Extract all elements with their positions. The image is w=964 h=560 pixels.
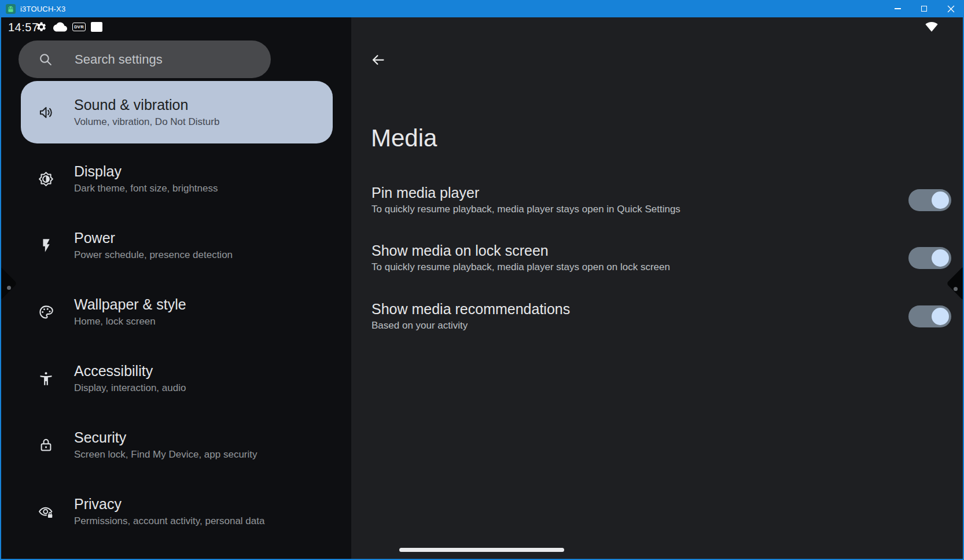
sidebar-item-security[interactable]: Security Screen lock, Find My Device, ap… xyxy=(21,414,333,476)
cloud-icon xyxy=(53,21,67,32)
setting-description: Based on your activity xyxy=(371,319,892,333)
minimize-icon xyxy=(895,8,901,9)
window-title: i3TOUCH-X3 xyxy=(20,5,65,13)
setting-title: Show media on lock screen xyxy=(371,242,892,259)
sidebar-item-display[interactable]: Display Dark theme, font size, brightnes… xyxy=(21,148,333,210)
window-titlebar: i3TOUCH-X3 xyxy=(0,0,964,17)
setting-title: Show media recommendations xyxy=(371,300,892,318)
maximize-icon xyxy=(921,6,927,12)
sidebar-item-power[interactable]: Power Power schedule, presence detection xyxy=(21,214,333,277)
remote-android-window: i3TOUCH-X3 14:57 DVR xyxy=(0,0,964,560)
setting-description: To quickly resume playback, media player… xyxy=(371,260,892,274)
sidebar-item-label: Security xyxy=(74,429,257,446)
toggle-thumb xyxy=(932,308,949,325)
privacy-eye-icon xyxy=(38,504,54,520)
back-button[interactable] xyxy=(368,50,388,69)
back-arrow-icon xyxy=(370,52,386,68)
setting-row-show-media-recommendations[interactable]: Show media recommendations Based on your… xyxy=(371,300,892,333)
setting-title: Pin media player xyxy=(371,184,892,201)
window-controls xyxy=(884,0,964,17)
toggle-thumb xyxy=(932,191,949,209)
settings-sidebar: 14:57 DVR Sound & vibration Volume, vibr… xyxy=(0,17,351,560)
lock-icon xyxy=(38,437,54,453)
window-border-left xyxy=(0,0,1,560)
toggle-show-media-recommendations[interactable] xyxy=(908,305,951,327)
sidebar-item-description: Dark theme, font size, brightness xyxy=(74,182,218,195)
sidebar-item-description: Permissions, account activity, personal … xyxy=(74,514,264,528)
close-icon xyxy=(947,5,955,13)
sidebar-item-description: Power schedule, presence detection xyxy=(74,248,233,261)
right-handle-dot-icon xyxy=(954,287,958,291)
minimize-button[interactable] xyxy=(884,0,911,17)
search-input[interactable] xyxy=(73,40,259,78)
media-settings-panel: Media Pin media player To quickly resume… xyxy=(351,17,964,560)
brightness-icon xyxy=(38,171,54,187)
sidebar-item-wallpaper-style[interactable]: Wallpaper & style Home, lock screen xyxy=(21,281,333,343)
sidebar-item-label: Display xyxy=(74,163,218,180)
sidebar-item-description: Screen lock, Find My Device, app securit… xyxy=(74,448,257,461)
setting-description: To quickly resume playback, media player… xyxy=(371,202,892,216)
palette-icon xyxy=(38,304,54,320)
sidebar-item-privacy[interactable]: Privacy Permissions, account activity, p… xyxy=(21,480,333,543)
page-title: Media xyxy=(371,124,437,153)
search-icon xyxy=(38,52,53,67)
toggle-thumb xyxy=(932,249,949,267)
sidebar-item-label: Wallpaper & style xyxy=(74,296,186,313)
setting-row-show-media-lock-screen[interactable]: Show media on lock screen To quickly res… xyxy=(371,242,892,274)
sidebar-item-description: Display, interaction, audio xyxy=(74,381,186,395)
android-app-icon xyxy=(6,4,16,14)
close-button[interactable] xyxy=(937,0,964,17)
sidebar-item-description: Volume, vibration, Do Not Disturb xyxy=(74,115,219,128)
toggle-pin-media-player[interactable] xyxy=(908,189,951,211)
sidebar-item-sound-vibration[interactable]: Sound & vibration Volume, vibration, Do … xyxy=(21,81,333,143)
maximize-button[interactable] xyxy=(911,0,937,17)
left-handle-dot-icon xyxy=(7,286,11,290)
sidebar-item-accessibility[interactable]: Accessibility Display, interaction, audi… xyxy=(21,347,333,410)
wifi-icon xyxy=(925,20,939,33)
sidebar-item-description: Home, lock screen xyxy=(74,315,186,328)
screen-share-square-icon xyxy=(91,22,102,32)
toggle-show-media-lock-screen[interactable] xyxy=(908,247,951,269)
sidebar-item-label: Privacy xyxy=(74,495,264,513)
sidebar-item-label: Power xyxy=(74,229,233,246)
sidebar-item-label: Sound & vibration xyxy=(74,96,219,113)
status-clock: 14:57 xyxy=(8,21,39,34)
accessibility-icon xyxy=(38,371,54,386)
search-bar[interactable] xyxy=(19,40,271,78)
setting-row-pin-media-player[interactable]: Pin media player To quickly resume playb… xyxy=(371,184,892,216)
bolt-icon xyxy=(38,238,54,253)
gesture-navigation-bar[interactable] xyxy=(399,548,564,552)
volume-icon xyxy=(38,105,54,120)
dvr-badge: DVR xyxy=(72,23,86,31)
sidebar-item-label: Accessibility xyxy=(74,362,186,380)
settings-gear-icon xyxy=(36,21,47,32)
